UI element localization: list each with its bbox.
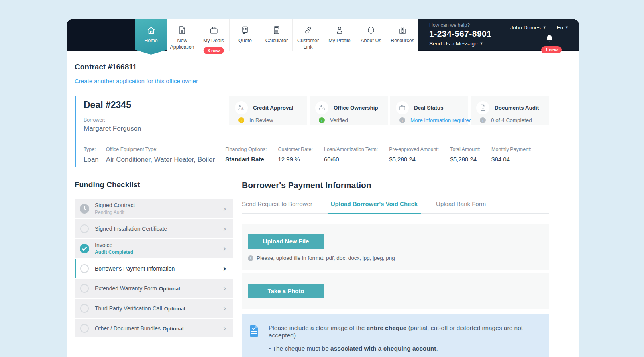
checklist-item-other-document-bundles[interactable]: Other / Document BundlesOptional › bbox=[75, 319, 233, 337]
nav-tab-label: Resources bbox=[391, 38, 414, 44]
quote-list-icon bbox=[240, 25, 250, 35]
chevron-right-icon: › bbox=[223, 244, 226, 253]
status-chip-title: Documents Audit bbox=[495, 105, 539, 111]
take-a-photo-button[interactable]: Take a Photo bbox=[248, 284, 324, 298]
nav-tab-label: My Deals bbox=[203, 38, 224, 44]
tab-new-application[interactable]: New Application bbox=[167, 19, 198, 51]
checklist-item-borrowers-payment-information[interactable]: Borrower’s Payment Information › bbox=[75, 259, 233, 278]
empty-circle-icon bbox=[79, 303, 90, 314]
status-text: Verified bbox=[330, 117, 348, 123]
nav-tab-label: Quote bbox=[238, 38, 252, 44]
detail-value: $84.04 bbox=[491, 156, 531, 163]
tab-about-us[interactable]: About Us bbox=[355, 19, 387, 51]
status-dot-green: i bbox=[319, 117, 325, 123]
status-chip-deal-status: Deal Status i More information required bbox=[390, 96, 468, 125]
page-title: Contract #166811 bbox=[75, 63, 549, 71]
status-chip-title: Deal Status bbox=[414, 105, 444, 111]
chevron-right-icon: › bbox=[223, 324, 226, 333]
nav-tab-label: Customer Link bbox=[293, 38, 324, 50]
main-content: Contract #166811 Create another applicat… bbox=[67, 51, 579, 357]
chevron-down-icon: ▼ bbox=[543, 26, 546, 29]
checklist-item-third-party-verification-call[interactable]: Third Party Verification CallOptional › bbox=[75, 299, 233, 318]
info-icon: i bbox=[248, 255, 253, 261]
person-dollar-icon: $ bbox=[235, 101, 248, 114]
optional-tag: Optional bbox=[159, 286, 180, 292]
detail-label: Financing Options: bbox=[225, 147, 267, 152]
cheque-line-2: • The cheque must be associated with a c… bbox=[269, 345, 537, 352]
deal-header: Deal #2345 Borrower: Margaret Ferguson bbox=[84, 96, 203, 133]
deal-title: Deal #2345 bbox=[84, 100, 203, 110]
status-dot-gray: i bbox=[480, 117, 486, 123]
help-prompt: How can we help? bbox=[429, 22, 491, 28]
top-nav: Home New Application My Deals 3 new bbox=[67, 19, 579, 51]
nav-tab-label: New Application bbox=[167, 38, 198, 50]
nav-tab-label: Calculator bbox=[265, 38, 288, 44]
checklist-item-invoice[interactable]: Invoice Audit Completed › bbox=[75, 239, 233, 258]
notifications-bell[interactable] bbox=[545, 34, 554, 43]
upload-file-card: Upload New File i Please, upload file in… bbox=[242, 224, 549, 270]
status-text: 0 of 4 Completed bbox=[491, 117, 532, 123]
briefcase-icon bbox=[208, 25, 219, 35]
home-icon bbox=[146, 25, 156, 35]
tab-quote[interactable]: Quote bbox=[230, 19, 261, 51]
tab-my-deals[interactable]: My Deals 3 new bbox=[198, 19, 230, 51]
create-application-link[interactable]: Create another application for this offi… bbox=[75, 78, 198, 84]
send-message-menu[interactable]: Send Us a Message▼ bbox=[429, 41, 491, 47]
calculator-icon bbox=[271, 25, 282, 35]
detail-value: Loan bbox=[84, 156, 99, 164]
my-deals-badge: 3 new bbox=[204, 47, 224, 54]
checklist-item-signed-contract[interactable]: Signed Contract Pending Audit › bbox=[75, 199, 233, 218]
help-phone-number[interactable]: 1-234-567-8901 bbox=[429, 29, 491, 39]
building-icon bbox=[397, 25, 408, 35]
help-contact: How can we help? 1-234-567-8901 Send Us … bbox=[429, 22, 491, 50]
optional-tag: Optional bbox=[163, 326, 184, 332]
tab-my-profile[interactable]: My Profile bbox=[324, 19, 355, 51]
upload-new-file-button[interactable]: Upload New File bbox=[248, 234, 324, 249]
language-menu[interactable]: En▼ bbox=[557, 25, 569, 31]
app-window: Home New Application My Deals 3 new bbox=[67, 19, 579, 357]
status-link[interactable]: More information required bbox=[410, 117, 472, 123]
nav-tab-label: About Us bbox=[361, 38, 381, 44]
detail-value: 60/60 bbox=[324, 156, 378, 163]
notifications-badge: 1 new bbox=[541, 46, 562, 53]
chevron-right-icon: › bbox=[223, 304, 226, 313]
detail-value: 12.99 % bbox=[278, 156, 313, 163]
chevron-right-icon: › bbox=[223, 224, 226, 233]
tab-send-request-to-borrower[interactable]: Send Request to Borrower bbox=[242, 200, 312, 213]
tab-customer-link[interactable]: Customer Link bbox=[293, 19, 324, 51]
payment-title: Borrower's Payment Information bbox=[242, 180, 549, 190]
user-menu[interactable]: John Domes▼ bbox=[510, 25, 546, 31]
tab-resources[interactable]: Resources bbox=[387, 19, 418, 51]
checklist-title: Funding Checklist bbox=[75, 180, 233, 189]
detail-value: Standart Rate bbox=[225, 156, 267, 163]
status-chip-office-ownership: Office Ownership i Verified bbox=[310, 96, 388, 125]
tab-upload-bank-form[interactable]: Upload Bank Form bbox=[436, 200, 486, 213]
checklist-item-extended-warranty-form[interactable]: Extended Warranty FormOptional › bbox=[75, 279, 233, 298]
tab-calculator[interactable]: Calculator bbox=[261, 19, 293, 51]
checklist-item-installation-certificate[interactable]: Signed Installation Certificate › bbox=[75, 219, 233, 238]
nav-left-spacer bbox=[67, 19, 135, 51]
person-icon bbox=[334, 25, 345, 35]
detail-label: Customer Rate: bbox=[278, 147, 313, 152]
status-chip-documents-audit: Documents Audit i 0 of 4 Completed bbox=[471, 96, 549, 125]
checklist-item-label: Other / Document Bundles bbox=[95, 325, 161, 332]
detail-label: Office Equipment Type: bbox=[106, 147, 215, 152]
nav-tab-label: My Profile bbox=[328, 38, 351, 44]
status-dot-yellow: i bbox=[238, 117, 244, 123]
status-chip-title: Office Ownership bbox=[334, 105, 378, 111]
link-icon bbox=[303, 25, 313, 35]
nav-tabs-strip: New Application My Deals 3 new Quote bbox=[167, 19, 418, 51]
tab-home[interactable]: Home bbox=[135, 19, 167, 55]
detail-label: Loan/Amortization Term: bbox=[324, 147, 378, 152]
nav-tab-label: Home bbox=[144, 38, 157, 44]
deal-details-row: Type: Loan Office Equipment Type: Air Co… bbox=[84, 147, 549, 164]
dotted-divider bbox=[84, 141, 549, 141]
chevron-right-icon: › bbox=[223, 204, 226, 213]
cheque-line-1: Please include a clear image of the enti… bbox=[269, 324, 537, 339]
status-dot-gray: i bbox=[399, 117, 405, 123]
user-area: John Domes▼ En▼ bbox=[510, 22, 569, 50]
tab-upload-borrowers-void-check[interactable]: Upload Borrower's Void Check bbox=[331, 200, 418, 213]
checklist-item-sub: Audit Completed bbox=[95, 249, 223, 255]
detail-label: Type: bbox=[84, 147, 99, 152]
checklist-item-sub: Pending Audit bbox=[95, 210, 223, 215]
